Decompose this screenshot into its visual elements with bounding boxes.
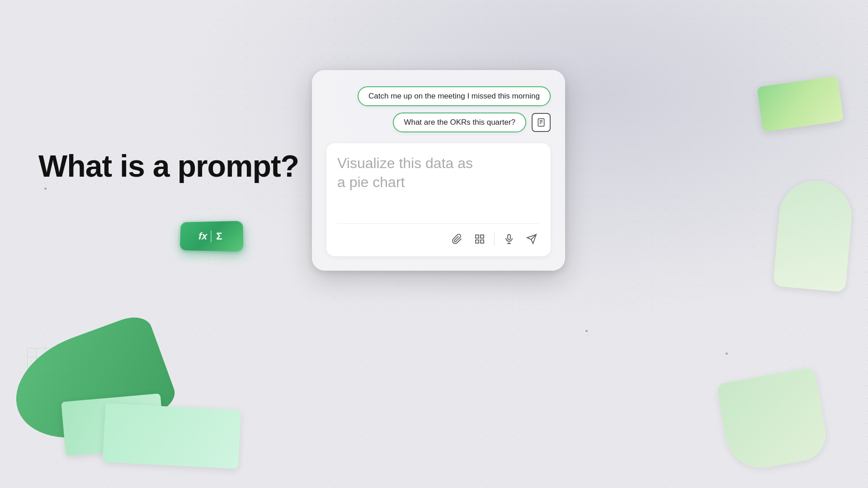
main-heading: What is a prompt? (38, 149, 299, 183)
mic-icon[interactable] (501, 231, 517, 247)
toolbar-divider (494, 233, 495, 245)
deco-dot (585, 330, 588, 332)
svg-rect-7 (481, 240, 484, 243)
attach-icon[interactable] (449, 231, 465, 247)
deco-sheet2 (103, 403, 241, 469)
formula-button[interactable]: fx Σ (180, 221, 244, 252)
svg-rect-6 (476, 240, 479, 243)
fx-label: fx (198, 230, 207, 242)
svg-rect-5 (481, 235, 484, 238)
deco-dot (44, 188, 47, 190)
svg-rect-8 (508, 235, 510, 239)
main-card: Catch me up on the meeting I missed this… (312, 70, 565, 271)
deco-right-mid (773, 178, 854, 292)
left-section: What is a prompt? (38, 149, 299, 183)
input-placeholder: Visualize this data asa pie chart (337, 154, 540, 223)
suggestion-pill-1[interactable]: Catch me up on the meeting I missed this… (358, 86, 551, 106)
deco-right-top (757, 76, 844, 132)
send-icon[interactable] (524, 231, 540, 247)
suggestion-pill-row-2: What are the OKRs this quarter? (393, 113, 551, 132)
input-area[interactable]: Visualize this data asa pie chart (326, 143, 551, 256)
svg-rect-4 (476, 235, 479, 238)
note-icon[interactable] (532, 113, 551, 132)
grid-icon[interactable] (472, 231, 488, 247)
input-toolbar (337, 223, 540, 247)
deco-right-bottom (716, 367, 830, 473)
deco-dot (726, 352, 728, 355)
suggestion-pill-2[interactable]: What are the OKRs this quarter? (393, 113, 526, 132)
suggestions-container: Catch me up on the meeting I missed this… (326, 86, 551, 132)
sigma-label: Σ (211, 230, 222, 242)
